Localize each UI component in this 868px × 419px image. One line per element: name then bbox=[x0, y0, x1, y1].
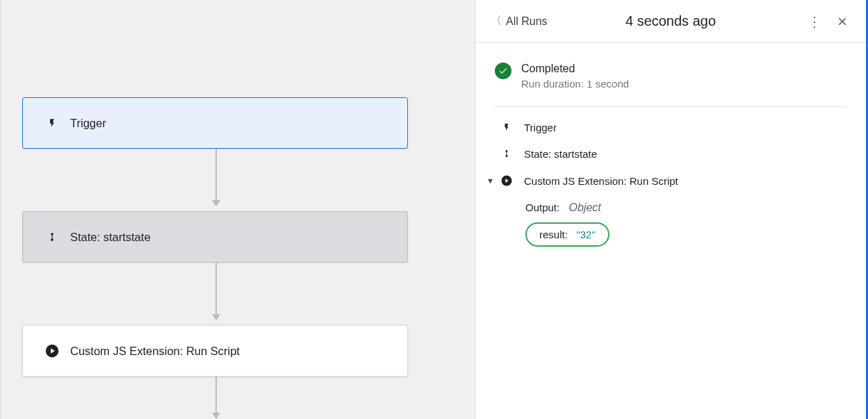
flow-node-state[interactable]: State: startstate bbox=[22, 211, 408, 263]
chevron-left-icon: 〈 bbox=[491, 14, 502, 28]
close-panel-button[interactable] bbox=[831, 10, 853, 33]
output-result: result: "32" bbox=[525, 222, 609, 247]
play-circle-icon bbox=[499, 174, 514, 188]
status-subtitle: Run duration: 1 second bbox=[521, 78, 629, 90]
flow-connector bbox=[215, 149, 217, 206]
step-script[interactable]: ▼ Custom JS Extension: Run Script bbox=[499, 174, 846, 188]
flow-connector bbox=[215, 263, 217, 320]
step-state[interactable]: State: startstate bbox=[499, 147, 846, 160]
step-label: Custom JS Extension: Run Script bbox=[524, 175, 678, 187]
flow-node-label: Trigger bbox=[70, 117, 106, 130]
panel-title: 4 seconds ago bbox=[625, 13, 716, 29]
status-title: Completed bbox=[521, 63, 629, 75]
run-steps-list: Trigger State: startstate ▼ Custom JS Ex… bbox=[495, 107, 846, 247]
lightning-icon bbox=[499, 121, 514, 133]
flow-node-script[interactable]: Custom JS Extension: Run Script bbox=[22, 325, 408, 377]
back-to-all-runs[interactable]: 〈 All Runs bbox=[491, 14, 548, 28]
result-key: result: bbox=[539, 229, 568, 240]
flow-canvas: Trigger State: startstate Custom JS Exte… bbox=[0, 0, 475, 419]
flow-connector bbox=[215, 377, 217, 418]
flow-node-label: State: startstate bbox=[70, 231, 151, 244]
play-circle-icon bbox=[44, 343, 60, 359]
step-output: Output: Object result: "32" bbox=[525, 202, 846, 247]
state-icon bbox=[499, 147, 514, 160]
more-options-button[interactable]: ⋮ bbox=[803, 10, 826, 33]
lightning-icon bbox=[44, 116, 60, 130]
result-value: "32" bbox=[576, 229, 595, 240]
caret-down-icon[interactable]: ▼ bbox=[486, 176, 494, 185]
step-label: Trigger bbox=[524, 122, 557, 133]
panel-header: 〈 All Runs 4 seconds ago ⋮ bbox=[475, 0, 866, 43]
step-label: State: startstate bbox=[524, 148, 597, 160]
output-label: Output: bbox=[525, 202, 559, 213]
run-status: Completed Run duration: 1 second bbox=[495, 63, 846, 107]
more-vert-icon: ⋮ bbox=[808, 13, 821, 30]
run-details-panel: 〈 All Runs 4 seconds ago ⋮ Completed Run… bbox=[475, 0, 868, 419]
flow-node-label: Custom JS Extension: Run Script bbox=[70, 345, 240, 358]
output-type: Object bbox=[569, 202, 601, 213]
close-icon bbox=[837, 16, 848, 27]
step-trigger[interactable]: Trigger bbox=[499, 121, 846, 133]
back-label: All Runs bbox=[506, 15, 548, 28]
flow-node-trigger[interactable]: Trigger bbox=[22, 97, 408, 149]
check-circle-icon bbox=[495, 63, 511, 79]
state-icon bbox=[44, 230, 60, 244]
